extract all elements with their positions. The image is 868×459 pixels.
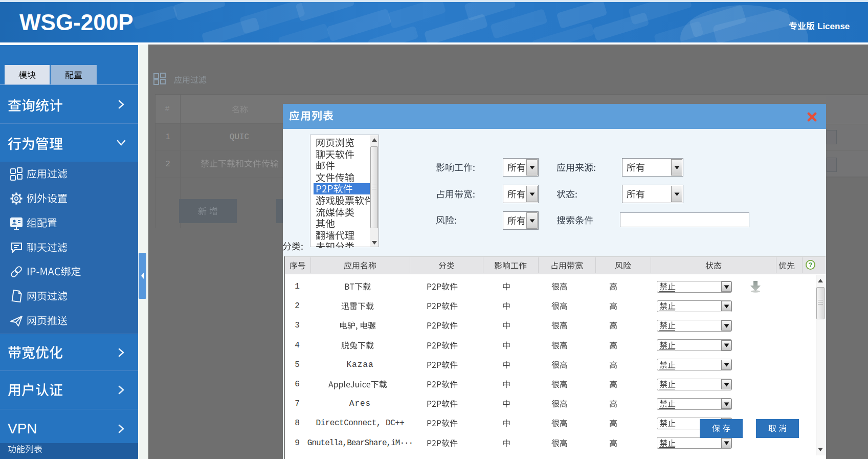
svg-text:?: ? (809, 261, 813, 269)
